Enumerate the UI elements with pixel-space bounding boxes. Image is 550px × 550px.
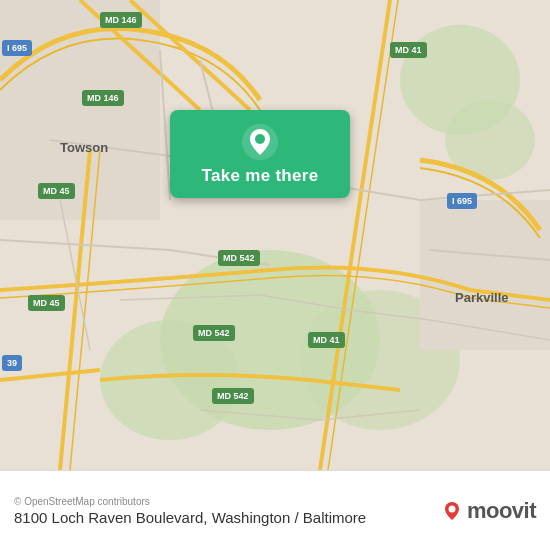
road-badge-md45a: MD 45 <box>38 183 75 199</box>
road-badge-md542c: MD 542 <box>212 388 254 404</box>
moovit-logo: moovit <box>441 498 536 524</box>
road-badge-md41a: MD 41 <box>390 42 427 58</box>
location-pin-icon <box>242 124 278 160</box>
map-label-towson: Towson <box>60 140 108 155</box>
address-text: 8100 Loch Raven Boulevard, Washington / … <box>14 509 366 526</box>
road-badge-md542a: MD 542 <box>218 250 260 266</box>
road-badge-md41b: MD 41 <box>308 332 345 348</box>
road-badge-i695b: I 695 <box>447 193 477 209</box>
road-badge-i695a: I 695 <box>2 40 32 56</box>
moovit-logo-icon <box>441 500 463 522</box>
bottom-bar-left: © OpenStreetMap contributors 8100 Loch R… <box>14 496 366 526</box>
moovit-logo-text: moovit <box>467 498 536 524</box>
map-background <box>0 0 550 470</box>
map-attribution: © OpenStreetMap contributors <box>14 496 366 507</box>
map-area: Towson Parkville MD 146 MD 146 I 695 MD … <box>0 0 550 470</box>
svg-point-9 <box>255 134 265 144</box>
road-badge-md45b: MD 45 <box>28 295 65 311</box>
svg-point-10 <box>448 505 455 512</box>
bottom-bar: © OpenStreetMap contributors 8100 Loch R… <box>0 470 550 550</box>
cta-wrapper: Take me there <box>170 110 350 198</box>
map-label-parkville: Parkville <box>455 290 509 305</box>
take-me-there-button[interactable]: Take me there <box>170 110 350 198</box>
road-badge-i39: 39 <box>2 355 22 371</box>
road-badge-md542b: MD 542 <box>193 325 235 341</box>
road-badge-md146a: MD 146 <box>100 12 142 28</box>
road-badge-md146b: MD 146 <box>82 90 124 106</box>
cta-label: Take me there <box>202 166 319 186</box>
svg-rect-7 <box>420 200 550 350</box>
